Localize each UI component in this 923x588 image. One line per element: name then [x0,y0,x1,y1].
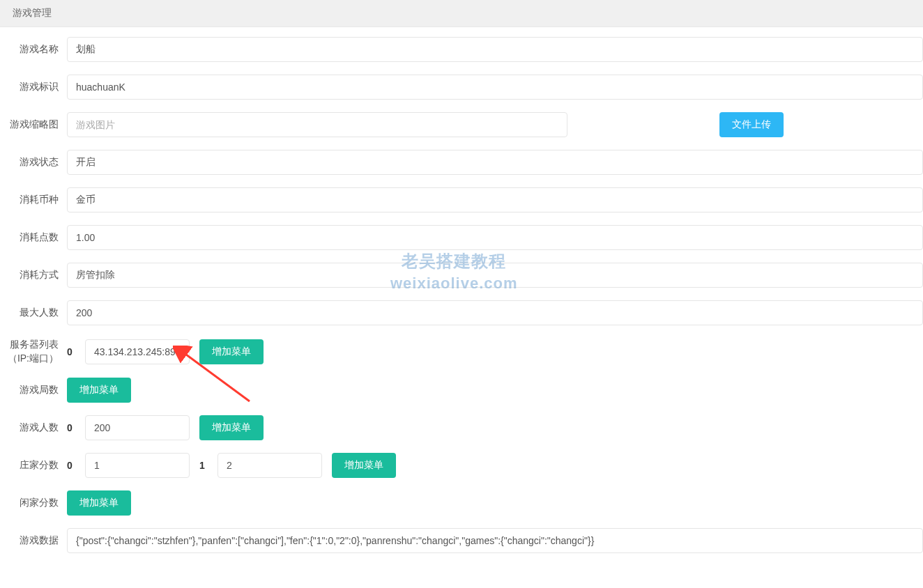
label-status: 游戏状态 [0,155,67,169]
player-count-index: 0 [67,422,75,433]
label-dealer-score: 庄家分数 [0,458,67,472]
page-header: 游戏管理 [0,0,923,27]
add-menu-button-rounds[interactable]: 增加菜单 [67,378,131,403]
input-method[interactable] [67,263,923,288]
add-menu-button-server[interactable]: 增加菜单 [199,339,264,364]
input-currency[interactable] [67,187,923,212]
add-menu-button-player-count[interactable]: 增加菜单 [199,415,264,440]
input-server-ip[interactable] [85,339,190,364]
input-max-people[interactable] [67,300,923,325]
input-thumbnail[interactable] [67,112,567,137]
file-upload-button[interactable]: 文件上传 [719,112,784,137]
row-game-name: 游戏名称 [0,37,923,62]
form-area: 游戏名称 游戏标识 游戏缩略图 文件上传 游戏状态 消耗币种 消耗点数 [0,27,923,553]
input-game-id[interactable] [67,75,923,100]
label-player-count: 游戏人数 [0,421,67,435]
add-menu-button-dealer[interactable]: 增加菜单 [332,453,396,478]
input-dealer-val-1[interactable] [218,453,322,478]
row-player-score: 闲家分数 增加菜单 [0,490,923,516]
label-thumbnail: 游戏缩略图 [0,118,67,132]
input-points[interactable] [67,225,923,250]
label-max-people: 最大人数 [0,306,67,320]
dealer-index-0: 0 [67,460,75,471]
row-player-count: 游戏人数 0 增加菜单 [0,415,923,440]
label-currency: 消耗币种 [0,193,67,207]
row-status: 游戏状态 [0,150,923,175]
dealer-index-1: 1 [199,460,208,471]
row-server-list: 服务器列表 （IP:端口） 0 增加菜单 [0,338,923,365]
input-game-data[interactable] [67,528,923,553]
row-max-people: 最大人数 [0,300,923,325]
input-status[interactable] [67,150,923,175]
row-game-id: 游戏标识 [0,75,923,100]
row-rounds: 游戏局数 增加菜单 [0,378,923,403]
row-points: 消耗点数 [0,225,923,250]
label-method: 消耗方式 [0,268,67,282]
input-dealer-val-0[interactable] [85,453,190,478]
label-server-list: 服务器列表 （IP:端口） [0,338,67,365]
row-dealer-score: 庄家分数 0 1 增加菜单 [0,453,923,478]
row-currency: 消耗币种 [0,187,923,212]
label-player-score: 闲家分数 [0,496,67,510]
row-method: 消耗方式 [0,263,923,288]
label-game-id: 游戏标识 [0,80,67,94]
input-player-count[interactable] [85,415,190,440]
input-game-name[interactable] [67,37,923,62]
label-game-data: 游戏数据 [0,534,67,548]
server-index-0: 0 [67,346,75,357]
label-rounds: 游戏局数 [0,383,67,397]
row-thumbnail: 游戏缩略图 文件上传 [0,112,923,137]
row-game-data: 游戏数据 [0,528,923,553]
add-menu-button-player-score[interactable]: 增加菜单 [67,490,131,516]
label-points: 消耗点数 [0,231,67,245]
page-title: 游戏管理 [13,7,52,18]
label-game-name: 游戏名称 [0,42,67,56]
